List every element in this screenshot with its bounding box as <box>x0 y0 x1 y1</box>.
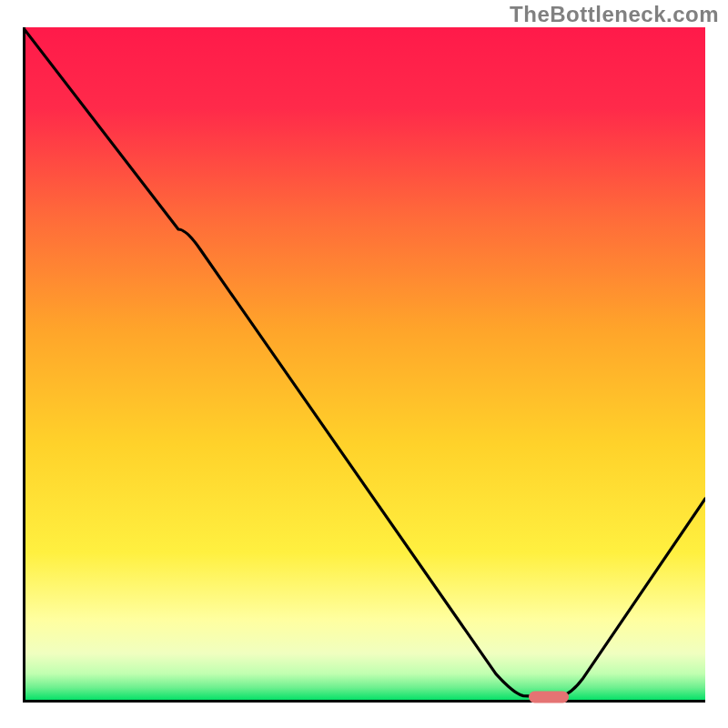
bottleneck-curve <box>23 27 705 701</box>
y-axis <box>23 27 25 703</box>
watermark-text: TheBottleneck.com <box>510 2 719 27</box>
optimal-marker <box>529 692 569 703</box>
plot-area <box>23 27 705 701</box>
chart-container: TheBottleneck.com <box>0 0 728 728</box>
x-axis <box>23 700 705 703</box>
